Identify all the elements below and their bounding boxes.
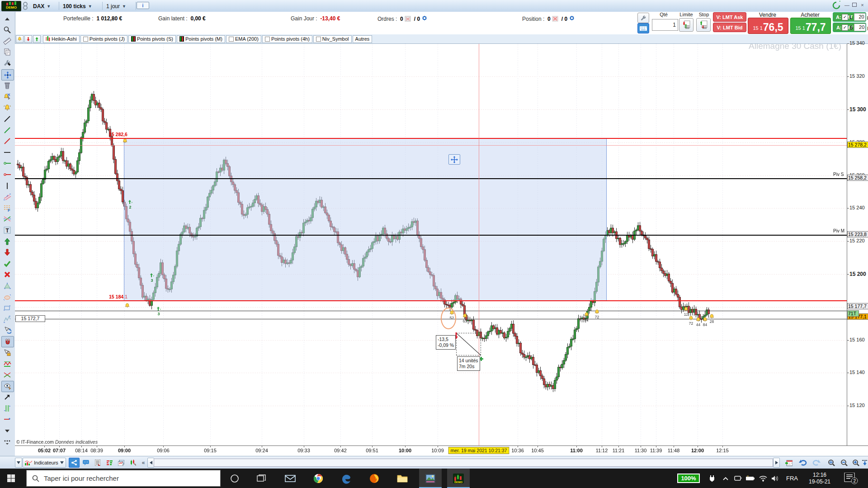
eye-edit-icon[interactable]: [1, 381, 14, 392]
instrument-dropdown[interactable]: DAX▼: [30, 1, 54, 11]
scroll-right-button[interactable]: [773, 458, 780, 468]
hline-red-icon[interactable]: [1, 169, 13, 180]
arrow-ne-icon[interactable]: [1, 392, 13, 402]
zoom-in-icon[interactable]: [850, 458, 862, 468]
maximize-button[interactable]: [851, 2, 858, 9]
signal-up-icon[interactable]: [33, 35, 41, 43]
tray-hidden-icons-chevron[interactable]: [719, 469, 732, 488]
alarm-bell-icon[interactable]: 44: [695, 317, 701, 327]
sell-button[interactable]: 15 176,5: [748, 18, 788, 34]
tray-battery-pill[interactable]: 100%: [675, 469, 703, 488]
zoom-out-icon[interactable]: [838, 458, 850, 468]
alarm-edit-icon[interactable]: [1, 91, 13, 102]
buy-button[interactable]: 15 177,7: [790, 18, 831, 34]
indicators-combo[interactable]: Indicateurs: [23, 458, 66, 468]
calendar-icon[interactable]: [783, 458, 795, 468]
tray-plug-icon[interactable]: [705, 469, 719, 488]
cross-trend-icon[interactable]: [1, 214, 13, 224]
trendline-red-icon[interactable]: [1, 136, 13, 147]
share-button[interactable]: [69, 458, 80, 468]
collapse-down-icon[interactable]: [1, 425, 13, 436]
taskbar-app-edge[interactable]: [335, 469, 358, 488]
risk-value-L[interactable]: 20: [854, 13, 866, 21]
taskbar-app-chrome[interactable]: [307, 469, 330, 488]
qty-input[interactable]: 1: [652, 19, 678, 31]
sell-limit-bid-button[interactable]: V: LMT Bid: [713, 23, 746, 32]
price-axis[interactable]: 15 34015 32015 30015 28015 26015 24015 2…: [847, 44, 868, 445]
chart-scrollbar[interactable]: [154, 459, 773, 467]
dock-bottom-icon[interactable]: [861, 458, 868, 468]
orderbook-icon[interactable]: [104, 458, 115, 468]
tray-volume-icon[interactable]: [769, 469, 782, 488]
support-line[interactable]: [15, 300, 847, 301]
alarm-bell-icon[interactable]: [124, 303, 130, 309]
fibonacci-icon[interactable]: F: [1, 203, 13, 213]
level-line-15172[interactable]: [15, 319, 847, 319]
orders-settings-gear-icon[interactable]: [421, 15, 428, 23]
tray-notification-icon[interactable]: 2: [840, 469, 861, 488]
tray-wifi-icon[interactable]: [756, 469, 770, 488]
refresh-icon[interactable]: [832, 1, 841, 11]
magnet-icon[interactable]: [1, 336, 14, 347]
ellipse-shape-icon[interactable]: [1, 292, 13, 302]
tray-clock[interactable]: 12:1619-05-21: [804, 469, 835, 488]
alarm-bell-icon[interactable]: 84: [702, 317, 708, 327]
pivot-s-line[interactable]: [15, 178, 847, 179]
indicator-tab-heikin-ashi[interactable]: Heikin-Ashi: [43, 35, 80, 43]
trendline-black-icon[interactable]: [1, 114, 13, 124]
alarm-bell-icon[interactable]: 72: [594, 309, 600, 319]
pivot-m-line[interactable]: [15, 235, 847, 236]
indicator-tab-points-pivots-j-[interactable]: Points pivots (J): [80, 35, 127, 43]
collapse-left-icon[interactable]: «: [139, 458, 147, 468]
alarm-bell-icon[interactable]: 32: [584, 312, 590, 322]
tray-battery-icon[interactable]: [744, 469, 757, 488]
period-dropdown[interactable]: 1 jour▼: [103, 1, 129, 11]
rect-shape-icon[interactable]: [1, 303, 13, 313]
waves-icon[interactable]: [1, 314, 13, 324]
risk-checkbox-S[interactable]: ✓: [842, 24, 848, 31]
tools-icon[interactable]: [1, 58, 13, 68]
collapse-up-icon[interactable]: [1, 14, 13, 24]
alarm-bell-icon[interactable]: 52: [449, 310, 455, 320]
alarm-icon[interactable]: [1, 103, 13, 113]
chat-icon[interactable]: [80, 458, 91, 468]
workspace-windows-icon[interactable]: [116, 458, 127, 468]
alarm-bell-icon[interactable]: 72: [688, 316, 694, 325]
tray-cast-icon[interactable]: [731, 469, 745, 488]
taskbar-app-trading-demo[interactable]: DEMO: [447, 469, 470, 488]
trash-icon[interactable]: [1, 81, 13, 91]
news-icon[interactable]: [92, 458, 103, 468]
arrow-down-icon[interactable]: [1, 247, 13, 258]
check-icon[interactable]: [1, 258, 13, 269]
taskbar-app-explorer[interactable]: [391, 469, 414, 488]
cursor-lock-icon[interactable]: [1, 347, 13, 358]
cursor-rotate-icon[interactable]: [1, 325, 13, 336]
taskbar-app-cortana[interactable]: [224, 469, 245, 488]
text-icon[interactable]: T: [1, 225, 13, 235]
info-button[interactable]: i: [137, 2, 149, 9]
vertical-band-icon[interactable]: [1, 403, 13, 413]
stop-order-icon[interactable]: [696, 18, 711, 32]
minimize-button[interactable]: —: [844, 2, 850, 9]
chart-tools-icon[interactable]: [127, 458, 138, 468]
triangle-shape-icon[interactable]: [1, 280, 13, 291]
chart-area[interactable]: Allemagne 30 Cash (1€) 15 282,6 15 184,1…: [15, 44, 847, 445]
scroll-left-button[interactable]: [147, 458, 154, 468]
start-button[interactable]: [0, 469, 22, 488]
indicator-tab-autres[interactable]: Autres: [353, 35, 373, 43]
time-axis[interactable]: mer. 19 mai 2021 10:21:37 05:0207:0708:1…: [15, 445, 868, 456]
risk-value-S[interactable]: 20: [854, 24, 866, 31]
ruler-icon[interactable]: [1, 36, 13, 46]
taskbar-app-mail[interactable]: [279, 469, 302, 488]
alarm-bell-icon[interactable]: 28: [709, 314, 715, 323]
hline-green-icon[interactable]: [1, 158, 13, 169]
indicator-tab-niv-symbol[interactable]: Niv_Symbol: [313, 35, 352, 43]
move-icon[interactable]: [1, 69, 14, 81]
level-line-15177[interactable]: [15, 311, 847, 311]
pattern-zigzag-icon[interactable]: [1, 359, 13, 369]
limit-order-icon[interactable]: [679, 18, 693, 32]
more-dots-icon[interactable]: [1, 436, 13, 447]
duplicate-icon[interactable]: [1, 47, 13, 57]
close-button[interactable]: ×: [859, 2, 866, 9]
alarm-small-icon[interactable]: [16, 35, 24, 43]
